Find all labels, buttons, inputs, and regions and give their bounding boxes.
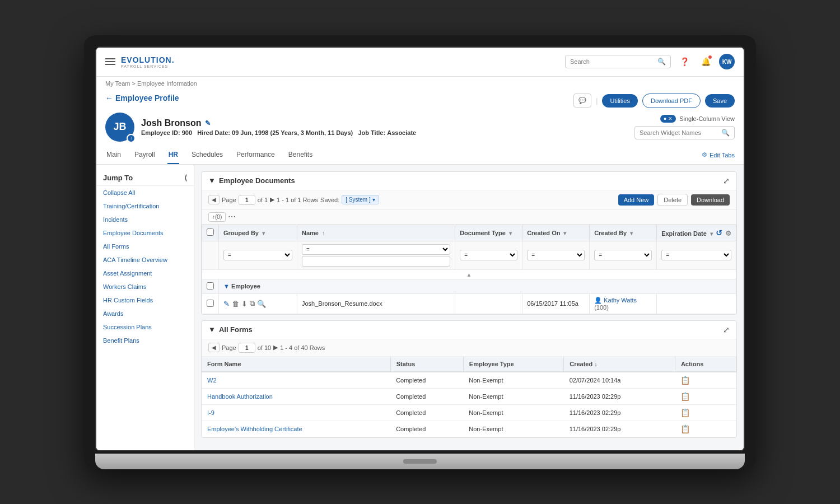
delete-button[interactable]: Delete: [657, 194, 688, 206]
filter-name-select[interactable]: =: [302, 244, 450, 255]
sidebar-collapse-icon[interactable]: ⟨: [184, 174, 187, 182]
sort-icon-expiration[interactable]: ▾: [710, 231, 713, 237]
filter-name-input[interactable]: [302, 256, 450, 267]
widget-search-input[interactable]: [640, 129, 718, 136]
filter-grouped-by[interactable]: =: [219, 241, 297, 269]
sort-created-icon[interactable]: ↓: [594, 361, 598, 367]
download-pdf-button[interactable]: Download PDF: [642, 94, 701, 108]
sidebar-item-succession-plans[interactable]: Succession Plans: [96, 320, 194, 334]
tab-main[interactable]: Main: [105, 146, 122, 164]
save-button[interactable]: Save: [705, 94, 735, 108]
user-avatar-btn[interactable]: KW: [719, 54, 735, 69]
th-employee-type: Employee Type: [463, 357, 563, 372]
saved-badge[interactable]: [ System ] ▾: [342, 195, 379, 204]
forms-page-input[interactable]: [239, 343, 255, 353]
nav-right-btn[interactable]: ▶: [270, 196, 274, 203]
page-input[interactable]: [239, 195, 255, 205]
forms-action-handbook[interactable]: 📋: [675, 388, 736, 404]
download-row-icon[interactable]: ⬇: [241, 300, 248, 308]
filter-name[interactable]: =: [297, 241, 455, 269]
filter-badge[interactable]: ↑(0): [208, 212, 226, 222]
sort-icon-doc-type[interactable]: ▾: [509, 230, 512, 236]
forms-first-page-btn[interactable]: ◀: [208, 343, 220, 352]
filter-created-by-select[interactable]: =: [594, 250, 652, 260]
resize-handle[interactable]: ▲: [466, 272, 472, 278]
global-search-input[interactable]: [570, 58, 654, 65]
view-withholding-icon[interactable]: 📋: [680, 424, 690, 433]
tab-performance[interactable]: Performance: [235, 146, 276, 164]
created-by-name[interactable]: Kathy Watts: [604, 297, 637, 304]
back-button[interactable]: ← Employee Profile: [105, 94, 179, 102]
filter-created-on-select[interactable]: =: [527, 250, 585, 260]
global-search-box[interactable]: 🔍: [565, 55, 671, 68]
edit-row-icon[interactable]: ✎: [223, 300, 230, 308]
sidebar-item-asset-assignment[interactable]: Asset Assignment: [96, 267, 194, 280]
view-handbook-icon[interactable]: 📋: [680, 392, 690, 401]
filter-doc-type[interactable]: =: [455, 241, 522, 269]
single-column-toggle[interactable]: ●✕ Single-Column View: [660, 115, 735, 123]
forms-action-w2[interactable]: 📋: [675, 372, 736, 389]
utilities-button[interactable]: Utilities: [602, 94, 637, 108]
search-row-icon[interactable]: 🔍: [257, 300, 266, 308]
select-all-checkbox[interactable]: [207, 228, 214, 236]
sidebar-item-employee-documents[interactable]: Employee Documents: [96, 226, 194, 240]
notification-icon-btn[interactable]: 🔔: [698, 54, 713, 69]
more-options-icon[interactable]: ⋯: [228, 212, 236, 221]
filter-created-on[interactable]: =: [522, 241, 590, 269]
sort-icon-created-by[interactable]: ▾: [630, 230, 633, 236]
hamburger-menu[interactable]: [105, 58, 115, 65]
filter-created-by[interactable]: =: [590, 241, 657, 269]
forms-nav-right-btn[interactable]: ▶: [273, 344, 278, 351]
collapse-all-link[interactable]: Collapse All: [96, 186, 194, 199]
group-row-checkbox-cell[interactable]: [202, 279, 219, 293]
sidebar-item-incidents[interactable]: Incidents: [96, 213, 194, 226]
row-checkbox-cell[interactable]: [202, 293, 219, 314]
forms-action-i9[interactable]: 📋: [675, 404, 736, 421]
filter-expiration-select[interactable]: =: [661, 250, 731, 260]
sidebar-item-training[interactable]: Training/Certification: [96, 199, 194, 213]
first-page-btn[interactable]: ◀: [208, 195, 220, 204]
expand-icon[interactable]: ⤢: [723, 176, 730, 185]
sort-icon-name[interactable]: ↑: [322, 230, 325, 236]
reset-filters-icon[interactable]: ↺: [715, 227, 724, 239]
help-icon-btn[interactable]: ❓: [676, 54, 692, 69]
tab-schedules[interactable]: Schedules: [190, 146, 224, 164]
copy-row-icon[interactable]: ⧉: [250, 299, 255, 308]
sidebar-item-all-forms[interactable]: All Forms: [96, 240, 194, 253]
tab-hr[interactable]: HR: [167, 146, 179, 164]
form-link-handbook[interactable]: Handbook Authorization: [207, 393, 273, 400]
view-i9-icon[interactable]: 📋: [680, 408, 690, 417]
form-link-w2[interactable]: W2: [207, 377, 217, 384]
filter-doc-type-select[interactable]: =: [460, 250, 517, 260]
filter-expiration[interactable]: =: [657, 241, 736, 269]
documents-table: Grouped By ▾ Name ↑ Document Type ▾: [202, 225, 736, 314]
all-forms-title[interactable]: ▼ All Forms: [208, 325, 253, 334]
tab-payroll[interactable]: Payroll: [133, 146, 156, 164]
view-form-icon[interactable]: 📋: [680, 376, 690, 385]
employee-documents-title[interactable]: ▼ Employee Documents: [208, 176, 295, 185]
add-new-button[interactable]: Add New: [618, 194, 655, 206]
widget-search-box[interactable]: 🔍: [634, 126, 735, 139]
tab-benefits[interactable]: Benefits: [287, 146, 314, 164]
sort-icon-grouped-by[interactable]: ▾: [262, 230, 265, 236]
sidebar-item-aca[interactable]: ACA Timeline Overview: [96, 253, 194, 267]
delete-row-icon[interactable]: 🗑: [232, 300, 239, 308]
sidebar-item-workers-claims[interactable]: Workers Claims: [96, 280, 194, 293]
sidebar-item-awards[interactable]: Awards: [96, 307, 194, 320]
form-link-withholding[interactable]: Employee's Withholding Certificate: [207, 426, 302, 432]
edit-tabs-button[interactable]: ⚙ Edit Tabs: [702, 151, 735, 158]
form-link-i9[interactable]: I-9: [207, 409, 214, 416]
message-button[interactable]: 💬: [573, 94, 591, 108]
filter-grouped-by-select[interactable]: =: [223, 250, 292, 260]
edit-employee-icon[interactable]: ✎: [205, 119, 211, 127]
sidebar-item-benefit-plans[interactable]: Benefit Plans: [96, 334, 194, 347]
sidebar-item-hr-custom-fields[interactable]: HR Custom Fields: [96, 293, 194, 307]
download-button[interactable]: Download: [691, 194, 730, 206]
forms-action-withholding[interactable]: 📋: [675, 421, 736, 437]
group-expand-icon[interactable]: ▼: [223, 283, 230, 290]
settings-icon[interactable]: ⚙: [725, 230, 731, 237]
sort-icon-created-on[interactable]: ▾: [563, 230, 566, 236]
expand-forms-icon[interactable]: ⤢: [723, 325, 730, 334]
group-checkbox[interactable]: [207, 282, 214, 290]
row-checkbox[interactable]: [207, 300, 214, 307]
